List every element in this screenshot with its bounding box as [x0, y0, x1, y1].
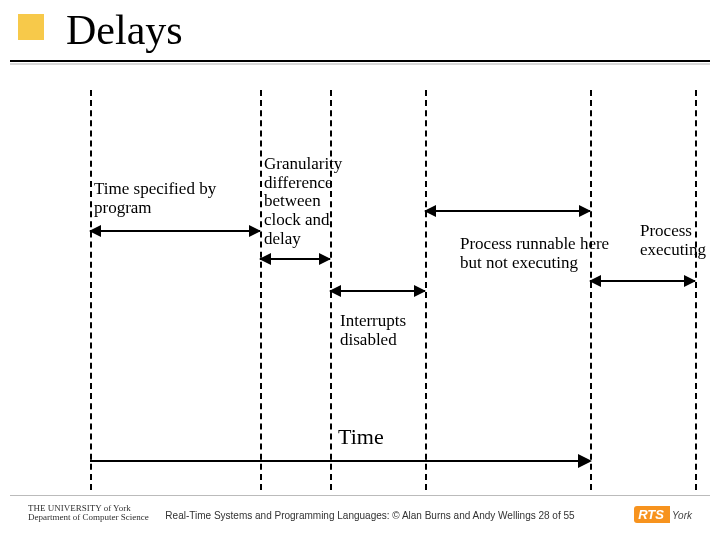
arrow-time-axis — [90, 460, 590, 462]
arrow-runnable — [425, 210, 590, 212]
timeline-boundary-4 — [590, 90, 592, 490]
label-interrupts: Interrupts disabled — [340, 312, 420, 349]
label-executing: Process executing — [640, 222, 720, 259]
label-granularity: Granularity difference between clock and… — [264, 155, 354, 248]
timeline-boundary-0 — [90, 90, 92, 490]
footer-rts-logo: RTSYork — [634, 506, 692, 523]
arrow-time-specified — [90, 230, 260, 232]
label-runnable: Process runnable here but not executing — [460, 235, 610, 272]
footer-course: Real-Time Systems and Programming Langua… — [150, 510, 590, 521]
rts-york: York — [672, 510, 692, 521]
label-time-specified: Time specified by program — [94, 180, 244, 217]
arrow-executing — [590, 280, 695, 282]
title-underline — [10, 60, 710, 62]
title-underline-shadow — [10, 63, 710, 65]
label-time-axis: Time — [338, 425, 384, 449]
title-accent — [18, 14, 44, 40]
timeline-boundary-1 — [260, 90, 262, 490]
footer-divider — [10, 495, 710, 496]
page-title: Delays — [66, 6, 183, 54]
arrow-interrupts — [330, 290, 425, 292]
footer-university: THE UNIVERSITY of York Department of Com… — [28, 504, 149, 523]
footer-university-line2: Department of Computer Science — [28, 513, 149, 522]
timeline-boundary-5 — [695, 90, 697, 490]
rts-badge: RTS — [634, 506, 670, 523]
footer: THE UNIVERSITY of York Department of Com… — [0, 500, 720, 536]
arrow-granularity — [260, 258, 330, 260]
delay-timeline-diagram: Time specified by program Granularity di… — [0, 80, 720, 500]
